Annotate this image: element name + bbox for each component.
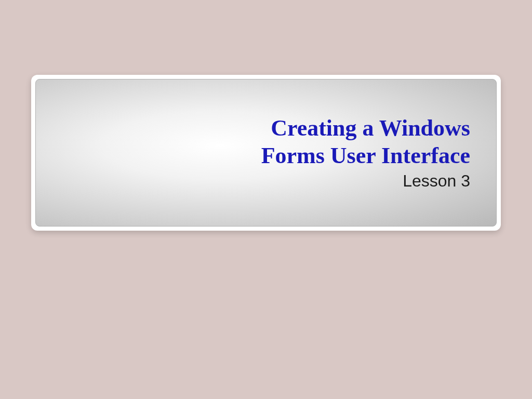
slide-title: Creating a Windows Forms User Interface: [261, 115, 470, 170]
slide-subtitle: Lesson 3: [403, 171, 470, 191]
slide-content: Creating a Windows Forms User Interface …: [35, 79, 497, 227]
title-line-1: Creating a Windows: [271, 115, 470, 141]
title-line-2: Forms User Interface: [261, 143, 470, 168]
slide-card: Creating a Windows Forms User Interface …: [31, 75, 501, 231]
